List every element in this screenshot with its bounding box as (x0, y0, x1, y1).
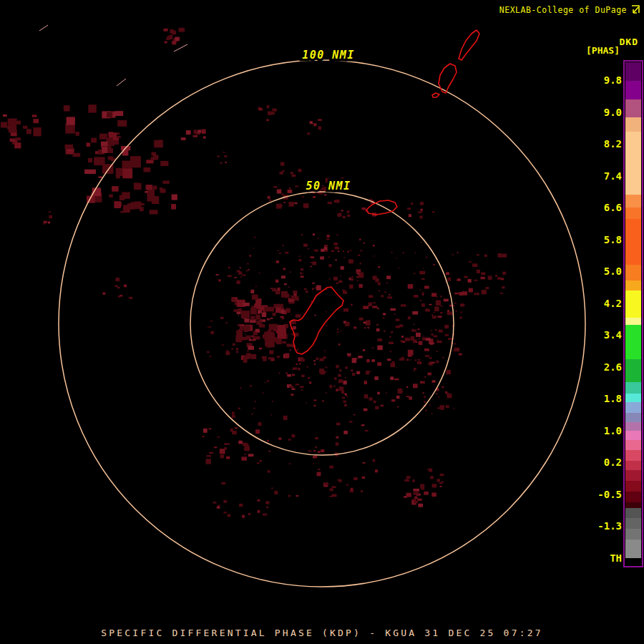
colorbar-segment (625, 450, 641, 461)
product-caption: SPECIFIC DIFFERENTIAL PHASE (KDP) - KGUA… (0, 628, 644, 638)
colorbar-segment (625, 431, 641, 440)
colorbar-segment (625, 481, 641, 492)
colorbar-segment (625, 413, 641, 422)
site-title: NEXLAB-College of DuPage (499, 5, 627, 15)
colorbar-tick: TH (610, 552, 622, 564)
colorbar-tick: 1.8 (604, 393, 622, 404)
colorbar-segment (625, 529, 641, 540)
colorbar-tick: 9.0 (604, 107, 622, 118)
map-boundary-lines (39, 25, 187, 86)
colorbar-segment (625, 470, 641, 481)
colorbar-tick: 9.8 (604, 74, 622, 86)
colorbar (623, 60, 643, 567)
colorbar-tick: 3.4 (604, 329, 622, 341)
radar-screen: 100 NMI50 NMI NEXLAB-College of DuPage D… (0, 0, 644, 644)
colorbar-segment (625, 318, 641, 325)
colorbar-tick: 6.6 (604, 202, 622, 213)
colorbar-segment (625, 540, 641, 558)
colorbar-segment (625, 359, 641, 382)
colorbar-segment (625, 195, 641, 208)
colorbar-segment (625, 99, 641, 117)
colorbar-segment (625, 502, 641, 508)
colorbar-segment (625, 291, 641, 318)
colorbar-tick: 0.2 (604, 457, 622, 468)
colorbar-segment (625, 117, 641, 132)
colorbar-segments (625, 62, 641, 565)
product-code: DKD (620, 36, 638, 47)
range-ring-label: 50 NMI (306, 180, 351, 192)
island-outline-aguijan (432, 93, 439, 97)
colorbar-tick: 7.4 (604, 170, 622, 182)
colorbar-segment (625, 62, 641, 81)
colorbar-segment (625, 461, 641, 470)
colorbar-segment (625, 325, 641, 359)
colorbar-segment (625, 265, 641, 280)
colorbar-tick: -1.3 (597, 520, 622, 532)
range-ring (59, 60, 585, 587)
colorbar-segment (625, 402, 641, 413)
island-outline-tinian (439, 64, 457, 93)
colorbar-tick: 1.0 (604, 425, 622, 436)
colorbar-segment (625, 558, 641, 565)
colorbar-segment (625, 280, 641, 291)
island-outline-saipan (459, 30, 479, 60)
range-ring (190, 192, 454, 455)
units-label: [PHAS] (586, 45, 620, 56)
colorbar-segment (625, 518, 641, 529)
colorbar-segment (625, 208, 641, 219)
colorbar-segment (625, 492, 641, 502)
colorbar-segment (625, 81, 641, 99)
colorbar-segment (625, 394, 641, 402)
colorbar-segment (625, 382, 641, 394)
colorbar-segment (625, 440, 641, 450)
colorbar-segment (625, 508, 641, 518)
colorbar-tick: 5.8 (604, 234, 622, 245)
colorbar-tick: 5.0 (604, 265, 622, 277)
cod-arrow-box-icon (630, 4, 641, 16)
radar-map: 100 NMI50 NMI (0, 0, 644, 644)
colorbar-tick: -0.5 (597, 489, 622, 500)
range-ring-label: 100 NMI (302, 49, 355, 62)
colorbar-segment (625, 132, 641, 195)
colorbar-tick: 2.6 (604, 361, 622, 373)
colorbar-segment (625, 219, 641, 265)
colorbar-tick: 8.2 (604, 138, 622, 150)
colorbar-segment (625, 422, 641, 431)
site-header: NEXLAB-College of DuPage (499, 4, 641, 16)
colorbar-tick: 4.2 (604, 298, 622, 309)
radar-echoes (1, 28, 507, 518)
range-rings (59, 60, 585, 587)
